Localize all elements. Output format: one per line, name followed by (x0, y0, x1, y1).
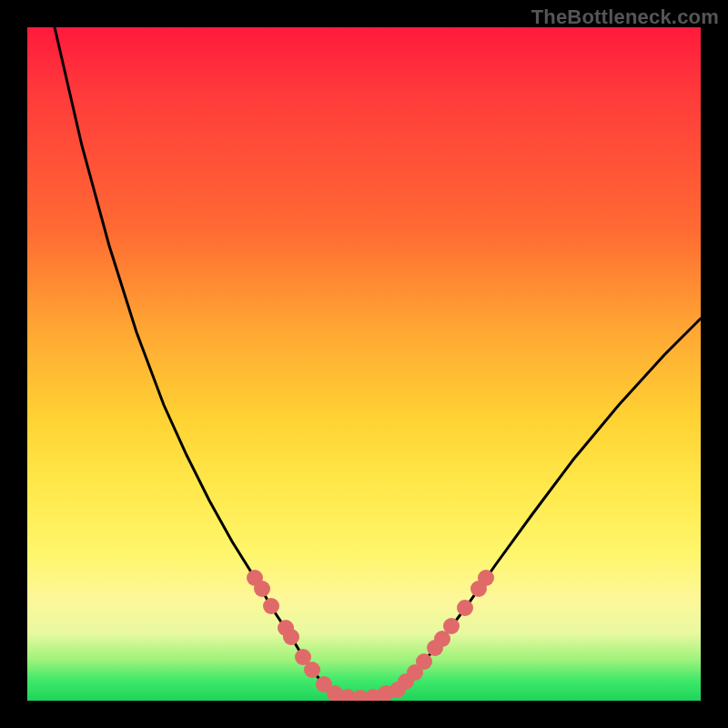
curve-marker (416, 653, 432, 670)
curve-marker (478, 570, 494, 586)
bottleneck-curve (55, 27, 701, 698)
plot-area (27, 27, 701, 701)
curve-group (55, 27, 701, 698)
curve-marker (254, 581, 270, 597)
marker-group (247, 570, 494, 701)
curve-marker (443, 618, 460, 634)
curve-marker (263, 598, 279, 614)
watermark-text: TheBottleneck.com (531, 5, 719, 29)
curve-marker (457, 600, 473, 616)
curve-marker (283, 629, 299, 645)
curve-marker (304, 662, 320, 678)
chart-frame: TheBottleneck.com (0, 0, 728, 728)
curve-svg (27, 27, 701, 701)
